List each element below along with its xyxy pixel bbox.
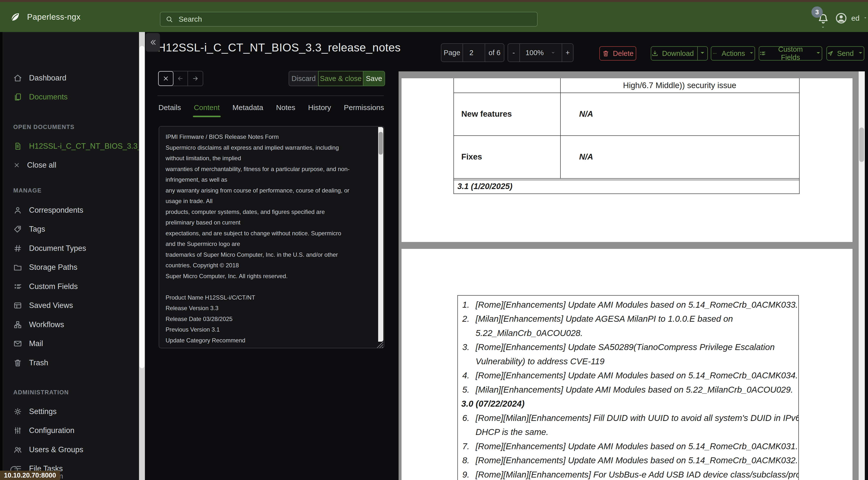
open-documents-list: H12SSL-i_C_CT_NT_BIOS_3.3_rel... (2, 137, 139, 156)
notifications-button[interactable]: 3 (811, 6, 835, 31)
list-line: 4. [Rome][Enhancements] Update AMI Modul… (458, 368, 798, 383)
sidebar-item-icon (13, 358, 22, 367)
search-input[interactable] (160, 12, 537, 27)
custom-fields-button[interactable]: Custom Fields (759, 46, 822, 61)
page-input[interactable] (463, 44, 485, 62)
zoom-in-button[interactable]: + (562, 44, 573, 62)
close-icon (13, 162, 20, 169)
list-marker: 4. (458, 370, 475, 380)
zoom-out-button[interactable]: - (508, 44, 520, 62)
sidebar-item-settings[interactable]: Settings (2, 402, 139, 421)
sidebar-item-dashboard[interactable]: Dashboard (2, 68, 139, 87)
chevron-down-icon (550, 51, 556, 55)
page-title: H12SSL-i_C_CT_NT_BIOS_3.3_release_notes (157, 41, 401, 54)
status-url-tooltip: 10.10.20.70:8000 (0, 471, 60, 480)
sidebar-item-label: Configuration (29, 426, 74, 435)
sidebar-item-icon (13, 426, 22, 435)
sidebar-item-correspondents[interactable]: Correspondents (2, 201, 139, 220)
sidebar-item-close-all[interactable]: Close all (2, 156, 139, 175)
table-border (454, 193, 800, 194)
zoom-control: - 100% + (507, 43, 574, 62)
sidebar-scrollbar-thumb[interactable] (140, 46, 145, 368)
sidebar-item-mail[interactable]: Mail (2, 334, 139, 354)
zoom-level-dropdown[interactable]: 100% (520, 44, 562, 62)
textarea-scrollbar (378, 127, 383, 342)
list-line: 8. [Rome][Enhancements] Update AMI Modul… (458, 453, 798, 468)
sidebar-item-icon (13, 339, 22, 348)
editor-divider (157, 95, 384, 96)
list-text: [Milan][Enhancements] Update AMI Modules… (475, 385, 798, 395)
sidebar-item-trash[interactable]: Trash (2, 353, 139, 372)
page-control: Page of 6 (441, 43, 504, 62)
save-button[interactable]: Save (363, 71, 385, 86)
previous-document-button[interactable] (173, 71, 188, 86)
sidebar-item-icon (13, 244, 22, 253)
sidebar-collapse-button[interactable] (146, 33, 160, 52)
send-icon (827, 50, 834, 57)
download-main[interactable]: Download (651, 47, 694, 60)
tab-metadata[interactable]: Metadata (232, 100, 264, 117)
save-and-close-button[interactable]: Save & close (318, 71, 363, 86)
download-button[interactable]: Download (651, 46, 708, 61)
editor-tabs: Details Content Metadata Notes History P… (158, 100, 384, 117)
discard-button[interactable]: Discard (288, 71, 318, 86)
avatar-icon (835, 11, 848, 25)
sidebar-item-label: Tags (29, 225, 45, 234)
version-row: 3.1 (1/20/2025) (457, 182, 513, 191)
sidebar-nav-list: Dashboard Documents (2, 68, 139, 106)
list-marker: 2. (458, 314, 475, 324)
sidebar-item-tags[interactable]: Tags (2, 220, 139, 239)
sidebar-item-label: Dashboard (29, 73, 66, 83)
sidebar-item-saved-views[interactable]: Saved Views (2, 296, 139, 315)
textarea-scrollbar-thumb[interactable] (379, 132, 383, 155)
pdf-scrollbar-thumb[interactable] (859, 127, 864, 162)
next-document-button[interactable] (188, 71, 203, 86)
table-border (454, 136, 800, 136)
tab-notes[interactable]: Notes (276, 100, 296, 117)
table-border (454, 93, 800, 93)
download-dropdown-toggle[interactable] (697, 47, 707, 60)
sidebar-item-icon (13, 301, 22, 310)
sidebar-item-document-types[interactable]: Document Types (2, 239, 139, 258)
tab-history[interactable]: History (308, 100, 332, 117)
notification-badge: 3 (811, 6, 823, 18)
list-marker: 1. (458, 300, 475, 310)
list-line: DHCP is the same. (458, 425, 798, 440)
table-cell-text: High/6.7 Middle)) security issue (560, 81, 799, 90)
content-textarea[interactable]: IPMI Firmware / BIOS Release Notes Form … (159, 126, 384, 348)
caret-down-icon (815, 50, 822, 57)
close-document-button[interactable] (158, 71, 173, 86)
table-border (454, 78, 454, 194)
list-line: 5. [Milan][Enhancements] Update AMI Modu… (458, 383, 798, 397)
delete-button[interactable]: Delete (599, 46, 636, 61)
sidebar-item-storage-paths[interactable]: Storage Paths (2, 258, 139, 277)
pdf-page: High/6.7 Middle)) security issue New fea… (402, 78, 852, 242)
close-icon (162, 75, 169, 82)
sidebar-item-configuration[interactable]: Configuration (2, 421, 139, 440)
sidebar-item-users-groups[interactable]: Users & Groups (2, 440, 139, 459)
caret-down-icon (699, 50, 706, 57)
sidebar-item-documents[interactable]: Documents (2, 87, 139, 106)
arrow-left-icon (177, 75, 184, 82)
sidebar-item-custom-fields[interactable]: Custom Fields (2, 277, 139, 296)
sidebar-item-label: Trash (29, 358, 48, 367)
document-icon (13, 142, 22, 151)
top-navbar: Paperless-ngx 3 ed (0, 2, 868, 32)
list-text: 5.22_MilanCrb_0ACOU028. (475, 328, 798, 338)
tab-permissions[interactable]: Permissions (343, 100, 384, 117)
zoom-level-value: 100% (526, 49, 544, 57)
tab-content[interactable]: Content (193, 100, 220, 117)
send-button[interactable]: Send (827, 46, 864, 61)
table-border (799, 78, 800, 194)
sidebar-item-open-document[interactable]: H12SSL-i_C_CT_NT_BIOS_3.3_rel... (2, 137, 139, 156)
table-row-value: N/A (579, 109, 593, 119)
user-menu[interactable]: ed (835, 11, 868, 25)
chevron-down-icon (820, 26, 826, 30)
sidebar-scrollbar (139, 32, 145, 480)
sidebar: Dashboard Documents OPEN DOCUMENTS H12SS… (2, 32, 139, 480)
tab-details[interactable]: Details (158, 100, 182, 117)
actions-button[interactable]: Actions (711, 46, 755, 61)
sidebar-item-workflows[interactable]: Workflows (2, 315, 139, 334)
window-top-strip (0, 0, 868, 2)
table-border (454, 178, 800, 179)
